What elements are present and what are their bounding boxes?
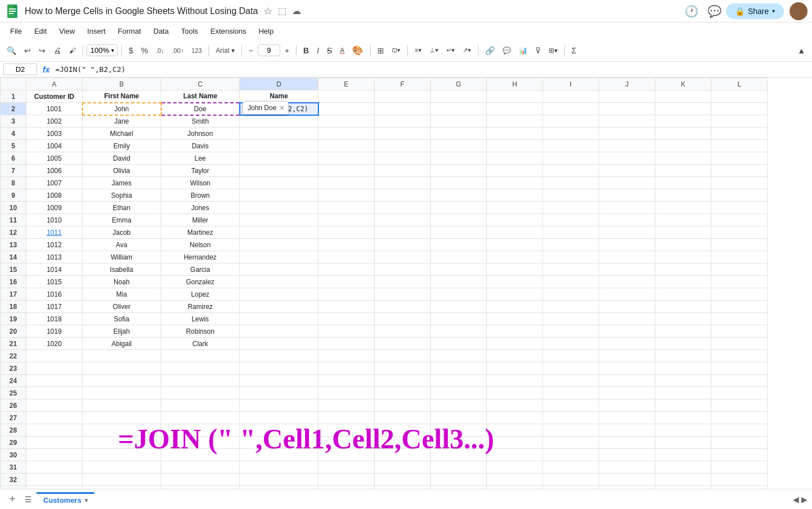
cell-h13[interactable] [487, 239, 543, 251]
empty-cell[interactable] [711, 486, 768, 489]
cell-l3[interactable] [711, 115, 768, 128]
cell-c2[interactable]: Doe [161, 103, 240, 115]
empty-cell[interactable] [543, 486, 599, 489]
menu-help[interactable]: Help [253, 26, 279, 37]
cell-e10[interactable] [318, 202, 375, 214]
cell-k1[interactable] [655, 90, 711, 103]
empty-cell[interactable] [240, 424, 318, 437]
cell-a7[interactable]: 1006 [26, 165, 83, 177]
cell-f9[interactable] [375, 189, 431, 202]
cell-l7[interactable] [711, 165, 768, 177]
sheet-tab[interactable]: Customers ▾ [37, 492, 94, 507]
cell-d6[interactable] [240, 152, 318, 165]
cell-f10[interactable] [375, 202, 431, 214]
cell-i21[interactable] [543, 338, 599, 350]
cell-e18[interactable] [318, 301, 375, 313]
cell-b10[interactable]: Ethan [83, 202, 161, 214]
cell-g12[interactable] [431, 226, 487, 239]
empty-cell[interactable] [655, 350, 711, 362]
col-header-c[interactable]: C [161, 78, 240, 90]
cell-c18[interactable]: Ramirez [161, 301, 240, 313]
row-header-7[interactable]: 7 [1, 165, 26, 177]
cell-d16[interactable] [240, 276, 318, 288]
cell-g21[interactable] [431, 338, 487, 350]
cell-k13[interactable] [655, 239, 711, 251]
cell-e14[interactable] [318, 251, 375, 263]
cell-e16[interactable] [318, 276, 375, 288]
cell-k9[interactable] [655, 189, 711, 202]
cell-i18[interactable] [543, 301, 599, 313]
cell-i6[interactable] [543, 152, 599, 165]
cell-b1[interactable]: First Name [83, 90, 161, 103]
cell-g13[interactable] [431, 239, 487, 251]
cell-i14[interactable] [543, 251, 599, 263]
empty-cell[interactable] [655, 461, 711, 474]
cell-c7[interactable]: Taylor [161, 165, 240, 177]
scroll-left-arrow[interactable]: ◀ [793, 495, 799, 504]
fill-color-button[interactable]: 🎨 [349, 43, 367, 58]
filter-button[interactable]: ⊽ [532, 44, 544, 57]
empty-cell[interactable] [318, 437, 375, 449]
empty-cell[interactable] [161, 449, 240, 461]
empty-cell[interactable] [543, 350, 599, 362]
empty-cell[interactable] [240, 474, 318, 486]
borders-button[interactable]: ⊞ [374, 44, 387, 57]
insert-chart-button[interactable]: 📊 [516, 44, 531, 57]
cell-g15[interactable] [431, 263, 487, 276]
cell-g20[interactable] [431, 325, 487, 338]
row-header-19[interactable]: 19 [1, 313, 26, 325]
cell-h10[interactable] [487, 202, 543, 214]
cell-j7[interactable] [599, 165, 655, 177]
cell-f18[interactable] [375, 301, 431, 313]
cell-i7[interactable] [543, 165, 599, 177]
empty-cell[interactable] [240, 362, 318, 375]
empty-cell[interactable] [26, 437, 83, 449]
empty-cell[interactable] [26, 449, 83, 461]
empty-cell[interactable] [375, 350, 431, 362]
empty-cell[interactable] [161, 461, 240, 474]
empty-cell[interactable] [240, 486, 318, 489]
empty-cell[interactable] [431, 350, 487, 362]
empty-cell[interactable] [161, 474, 240, 486]
cell-f5[interactable] [375, 140, 431, 152]
cell-g2[interactable] [431, 103, 487, 115]
decrease-decimal-button[interactable]: .0↓ [153, 45, 168, 56]
cell-a6[interactable]: 1005 [26, 152, 83, 165]
empty-cell[interactable] [655, 424, 711, 437]
row-header-21[interactable]: 21 [1, 338, 26, 350]
redo-button[interactable]: ↪ [35, 44, 49, 57]
cell-f1[interactable] [375, 90, 431, 103]
halign-button[interactable]: ≡▾ [411, 44, 425, 56]
empty-cell[interactable] [318, 399, 375, 412]
empty-cell[interactable] [599, 486, 655, 489]
cell-j21[interactable] [599, 338, 655, 350]
menu-view[interactable]: View [53, 26, 80, 37]
empty-cell[interactable] [375, 412, 431, 424]
cell-g3[interactable] [431, 115, 487, 128]
bold-button[interactable]: B [300, 44, 312, 57]
empty-cell[interactable] [599, 350, 655, 362]
empty-cell[interactable] [431, 424, 487, 437]
empty-cell[interactable] [318, 387, 375, 399]
row-header-3[interactable]: 3 [1, 115, 26, 128]
empty-cell[interactable] [431, 437, 487, 449]
empty-cell[interactable] [431, 362, 487, 375]
empty-cell[interactable] [26, 362, 83, 375]
empty-cell[interactable] [431, 486, 487, 489]
empty-cell[interactable] [161, 399, 240, 412]
cell-b14[interactable]: William [83, 251, 161, 263]
empty-cell[interactable] [431, 399, 487, 412]
cell-f3[interactable] [375, 115, 431, 128]
empty-cell[interactable] [711, 362, 768, 375]
empty-cell[interactable] [161, 362, 240, 375]
empty-cell[interactable] [240, 449, 318, 461]
star-icon[interactable]: ☆ [263, 5, 272, 17]
row-header-4[interactable]: 4 [1, 128, 26, 140]
empty-cell[interactable] [487, 350, 543, 362]
row-header-8[interactable]: 8 [1, 177, 26, 189]
row-header-10[interactable]: 10 [1, 202, 26, 214]
menu-insert[interactable]: Insert [81, 26, 111, 37]
empty-cell[interactable] [543, 387, 599, 399]
empty-cell[interactable] [431, 474, 487, 486]
cell-k14[interactable] [655, 251, 711, 263]
